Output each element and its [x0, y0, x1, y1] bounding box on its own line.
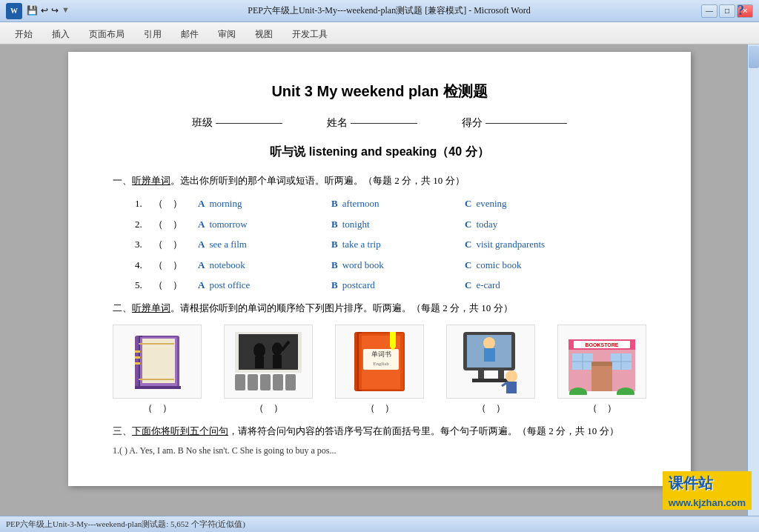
svg-text:BOOKSTORE: BOOKSTORE	[586, 342, 619, 348]
item-options-4: A notebook B word book C comic book	[198, 256, 646, 273]
svg-rect-9	[135, 386, 181, 389]
svg-rect-3	[142, 339, 175, 383]
svg-text:单词书: 单词书	[371, 350, 391, 358]
option-a-3: A see a film	[198, 236, 331, 253]
svg-rect-8	[139, 379, 174, 380]
tab-references[interactable]: 引用	[135, 25, 170, 44]
part2-instruction: 二、听辨单词。请根据你听到的单词的顺序给下列图片排序。听两遍。（每题 2 分，共…	[113, 299, 646, 316]
option-b-1: B afternoon	[331, 195, 465, 212]
item-options-5: A post office B postcard C e-card	[198, 276, 646, 293]
vocab-item-2: 2. （ ） A tomorrow B tonight C today	[135, 216, 646, 233]
item-num-2: 2.	[135, 216, 153, 233]
titlebar: W 💾 ↩ ↪ ▼ PEP六年级上Unit-3-My---weekend-pla…	[0, 0, 759, 22]
item-num-1: 1.	[135, 195, 153, 212]
item-num-4: 4.	[135, 256, 153, 273]
tv-svg	[456, 328, 526, 395]
item-options-3: A see a film B take a trip C visit grand…	[198, 236, 646, 253]
image-item-tv: （ ）	[446, 325, 535, 415]
svg-line-40	[502, 383, 506, 386]
part3-instruction: 三、下面你将听到五个问句，请将符合问句内容的答语序号写在前面括号里。每个句子听两…	[113, 422, 646, 439]
svg-text:English: English	[373, 361, 389, 367]
help-icon[interactable]: ?	[738, 3, 744, 18]
document-page: Unit 3 My weekend plan 检测题 班级 姓名 得分 听与说 …	[68, 52, 691, 486]
image-book	[113, 325, 202, 399]
image-caption-tv: （ ）	[477, 402, 506, 415]
svg-rect-48	[591, 362, 612, 366]
statusbar: PEP六年级上Unit-3-My---weekend-plan测试题: 5,65…	[0, 516, 759, 532]
svg-rect-5	[135, 356, 140, 359]
score-input	[485, 123, 567, 124]
option-c-5: C e-card	[465, 276, 613, 293]
svg-point-12	[253, 343, 265, 358]
svg-rect-20	[273, 374, 283, 390]
svg-rect-11	[239, 334, 298, 370]
tab-mailings[interactable]: 邮件	[172, 25, 208, 44]
document-title: Unit 3 My weekend plan 检测题	[113, 82, 646, 102]
svg-rect-35	[472, 379, 510, 382]
option-a-2: A tomorrow	[198, 216, 331, 233]
svg-point-36	[483, 337, 495, 349]
scrollbar-thumb[interactable]	[749, 46, 759, 68]
watermark-line2: www.kjzhan.com	[663, 496, 752, 510]
vocab-item-1: 1. （ ） A morning B afternoon C evening	[135, 195, 646, 212]
tab-developer[interactable]: 开发工具	[283, 25, 337, 44]
section-title: 听与说 listening and speaking（40 分）	[113, 144, 646, 160]
maximize-button[interactable]: □	[719, 4, 735, 18]
statusbar-text: PEP六年级上Unit-3-My---weekend-plan测试题: 5,65…	[6, 519, 245, 530]
tab-insert[interactable]: 插入	[43, 25, 79, 44]
item-brackets-2: （ ）	[153, 216, 198, 233]
option-b-2: B tonight	[331, 216, 465, 233]
item-brackets-4: （ ）	[153, 256, 198, 273]
vocab-item-4: 4. （ ） A notebook B word book C comic bo…	[135, 256, 646, 273]
tab-view[interactable]: 视图	[246, 25, 282, 44]
option-c-1: C evening	[465, 195, 613, 212]
tab-page-layout[interactable]: 页面布局	[80, 25, 133, 44]
item-options-1: A morning B afternoon C evening	[198, 195, 646, 212]
svg-rect-39	[506, 382, 517, 393]
option-c-3: C visit grandparents	[465, 236, 613, 253]
item-options-2: A tomorrow B tonight C today	[198, 216, 646, 233]
book-svg	[124, 328, 190, 395]
window-controls: — □ ✕	[701, 4, 753, 18]
svg-rect-17	[235, 374, 245, 390]
image-caption-theater: （ ）	[254, 402, 283, 415]
name-label: 姓名	[327, 116, 348, 130]
quick-save[interactable]: 💾	[27, 5, 38, 16]
score-field: 得分	[462, 116, 567, 130]
svg-rect-6	[135, 362, 140, 365]
tab-review[interactable]: 审阅	[209, 25, 245, 44]
vocab-item-3: 3. （ ） A see a film B take a trip C visi…	[135, 236, 646, 253]
wordbook-svg: 单词书 English	[348, 328, 411, 395]
image-caption-bookstore: （ ）	[588, 402, 617, 415]
svg-point-38	[506, 370, 517, 382]
document-area: Unit 3 My weekend plan 检测题 班级 姓名 得分 听与说 …	[0, 44, 759, 517]
svg-rect-34	[498, 370, 504, 379]
quick-redo[interactable]: ↪	[51, 5, 59, 16]
image-item-wordbook: 单词书 English （ ）	[335, 325, 424, 415]
vocab-item-5: 5. （ ） A post office B postcard C e-card	[135, 276, 646, 293]
part1-instruction: 一、听辨单词。选出你所听到的那个单词或短语。听两遍。（每题 2 分，共 10 分…	[113, 172, 646, 189]
tab-home[interactable]: 开始	[6, 25, 42, 44]
option-c-2: C today	[465, 216, 613, 233]
score-label: 得分	[462, 116, 483, 130]
option-b-4: B word book	[331, 256, 465, 273]
name-input	[351, 123, 417, 124]
svg-rect-18	[248, 374, 258, 390]
window-title: PEP六年级上Unit-3-My---weekend-plan测试题 [兼容模式…	[77, 4, 701, 17]
svg-rect-21	[285, 374, 296, 390]
ribbon: 开始 插入 页面布局 引用 邮件 审阅 视图 开发工具 ?	[0, 22, 759, 44]
item-num-3: 3.	[135, 236, 153, 253]
svg-rect-13	[255, 356, 264, 368]
svg-rect-29	[390, 332, 396, 347]
svg-rect-15	[273, 355, 282, 368]
image-item-book: （ ）	[113, 325, 202, 415]
scrollbar[interactable]	[747, 44, 759, 517]
option-c-4: C comic book	[465, 256, 613, 273]
svg-point-14	[272, 342, 282, 356]
svg-rect-33	[478, 370, 484, 379]
quick-undo[interactable]: ↩	[41, 5, 48, 16]
item-brackets-3: （ ）	[153, 236, 198, 253]
minimize-button[interactable]: —	[701, 4, 717, 18]
bookstore-svg: BOOKSTORE	[565, 328, 639, 395]
app-icon: W	[6, 3, 22, 19]
